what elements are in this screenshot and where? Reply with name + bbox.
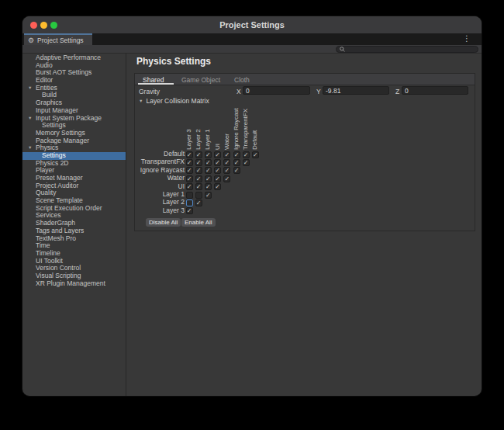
foldout-arrow-icon[interactable]: ▼ <box>28 115 32 123</box>
search-input[interactable] <box>336 46 478 53</box>
collision-checkbox-transparentfx-vs-transparentfx[interactable]: ✓ <box>243 159 250 166</box>
foldout-arrow-icon[interactable]: ▼ <box>28 85 32 92</box>
collision-checkbox-ui-vs-layer-1[interactable]: ✓ <box>205 183 212 190</box>
window-controls <box>30 22 59 29</box>
sidebar-item-label: Package Manager <box>36 137 89 144</box>
sidebar-item-label: Settings <box>42 121 66 129</box>
matrix-column-label-water: Water <box>224 134 230 150</box>
sidebar-item-xr-plugin-management[interactable]: XR Plugin Management <box>22 280 126 288</box>
desktop-background: Project Settings ⚙ Project Settings ⋮ Ad… <box>0 0 504 430</box>
sidebar-item-input-system-package[interactable]: ▼Input System Package <box>22 115 126 123</box>
kebab-menu-icon[interactable]: ⋮ <box>463 33 471 45</box>
check-icon: ✓ <box>205 159 211 166</box>
collision-checkbox-transparentfx-vs-ignore-raycast[interactable]: ✓ <box>233 159 240 166</box>
collision-checkbox-ignore-raycast-vs-layer-3[interactable]: ✓ <box>186 167 193 174</box>
project-settings-window: Project Settings ⚙ Project Settings ⋮ Ad… <box>22 16 482 397</box>
matrix-row-label-water: Water <box>135 174 185 182</box>
collision-checkbox-transparentfx-vs-layer-1[interactable]: ✓ <box>205 159 212 166</box>
foldout-label: Layer Collision Matrix <box>146 97 209 105</box>
collision-checkbox-water-vs-layer-1[interactable]: ✓ <box>205 175 212 182</box>
collision-checkbox-default-vs-layer-2[interactable]: ✓ <box>195 151 202 158</box>
check-icon: ✓ <box>253 151 258 158</box>
sidebar-item-label: Memory Settings <box>36 129 85 137</box>
zoom-window-button[interactable] <box>50 22 57 29</box>
collision-checkbox-default-vs-transparentfx[interactable]: ✓ <box>243 151 250 158</box>
titlebar[interactable]: Project Settings <box>22 16 482 33</box>
collision-checkbox-ignore-raycast-vs-ui[interactable]: ✓ <box>214 167 221 174</box>
gravity-y-field[interactable]: -9.81 <box>323 86 389 95</box>
foldout-arrow-icon[interactable]: ▼ <box>139 99 143 103</box>
collision-checkbox-default-vs-water[interactable]: ✓ <box>223 151 230 158</box>
matrix-column-label-ui: UI <box>215 144 221 150</box>
sidebar-item-entities[interactable]: ▼Entities <box>22 85 126 92</box>
gravity-x-field[interactable]: 0 <box>243 86 310 95</box>
collision-checkbox-ignore-raycast-vs-water[interactable]: ✓ <box>223 167 230 174</box>
sidebar-item-label: Physics <box>36 144 58 151</box>
check-icon: ✓ <box>243 159 249 166</box>
collision-checkbox-layer-2-vs-layer-2[interactable]: ✓ <box>195 199 202 206</box>
check-icon: ✓ <box>196 167 202 174</box>
collision-checkbox-transparentfx-vs-water[interactable]: ✓ <box>223 159 230 166</box>
check-icon: ✓ <box>224 175 230 182</box>
collision-checkbox-layer-3-vs-layer-3[interactable]: ✓ <box>186 207 193 214</box>
tab-cloth[interactable]: Cloth <box>234 76 250 84</box>
collision-checkbox-default-vs-ignore-raycast[interactable]: ✓ <box>233 151 240 158</box>
settings-category-list: Adaptive PerformanceAudioBurst AOT Setti… <box>22 54 126 397</box>
enable-all-button[interactable]: Enable All <box>181 218 216 227</box>
collision-checkbox-layer-1-vs-layer-3[interactable] <box>186 192 193 199</box>
check-icon: ✓ <box>224 159 230 166</box>
check-icon: ✓ <box>234 151 240 158</box>
collision-checkbox-water-vs-water[interactable]: ✓ <box>223 175 230 182</box>
collision-checkbox-water-vs-ui[interactable]: ✓ <box>214 175 221 182</box>
sidebar-item-physics[interactable]: ▼Physics <box>22 144 126 152</box>
collision-checkbox-ui-vs-layer-2[interactable]: ✓ <box>195 183 202 190</box>
tab-game-object[interactable]: Game Object <box>181 76 220 84</box>
tab-project-settings[interactable]: ⚙ Project Settings <box>24 33 92 45</box>
collision-checkbox-layer-2-vs-layer-3[interactable] <box>186 199 193 206</box>
gravity-z-label: Z <box>395 88 399 95</box>
collision-checkbox-ignore-raycast-vs-ignore-raycast[interactable]: ✓ <box>233 167 240 174</box>
check-icon: ✓ <box>187 183 192 190</box>
collision-checkbox-water-vs-layer-3[interactable]: ✓ <box>186 175 193 182</box>
collision-checkbox-transparentfx-vs-ui[interactable]: ✓ <box>214 159 221 166</box>
minimize-window-button[interactable] <box>40 22 47 29</box>
sidebar-item-label: Burst AOT Settings <box>36 68 91 76</box>
foldout-arrow-icon[interactable]: ▼ <box>28 144 32 152</box>
disable-all-button[interactable]: Disable All <box>146 218 181 227</box>
check-icon: ✓ <box>224 151 230 158</box>
collision-checkbox-default-vs-layer-1[interactable]: ✓ <box>205 151 212 158</box>
check-icon: ✓ <box>196 151 202 158</box>
gravity-z-field[interactable]: 0 <box>402 86 468 95</box>
sidebar-item-label: Build <box>42 91 57 99</box>
sidebar-item-label: Scene Template <box>36 196 83 204</box>
collision-checkbox-default-vs-default[interactable]: ✓ <box>252 151 259 158</box>
collision-checkbox-ignore-raycast-vs-layer-1[interactable]: ✓ <box>205 167 212 174</box>
collision-checkbox-default-vs-layer-3[interactable]: ✓ <box>186 151 193 158</box>
collision-checkbox-transparentfx-vs-layer-3[interactable]: ✓ <box>186 159 193 166</box>
tab-label: Project Settings <box>37 36 84 44</box>
matrix-row-label-ignore-raycast: Ignore Raycast <box>135 166 185 174</box>
close-window-button[interactable] <box>30 22 37 29</box>
sidebar-item-label: Services <box>36 211 61 219</box>
check-icon: ✓ <box>215 183 220 190</box>
sidebar-item-label: Physics 2D <box>36 159 69 167</box>
collision-checkbox-water-vs-layer-2[interactable]: ✓ <box>195 175 202 182</box>
check-icon: ✓ <box>215 167 220 174</box>
collision-checkbox-transparentfx-vs-layer-2[interactable]: ✓ <box>195 159 202 166</box>
collision-checkbox-ignore-raycast-vs-layer-2[interactable]: ✓ <box>195 167 202 174</box>
editor-tab-strip: ⚙ Project Settings ⋮ <box>22 33 482 45</box>
collision-checkbox-ui-vs-ui[interactable]: ✓ <box>214 183 221 190</box>
layer-collision-matrix-foldout[interactable]: ▼ Layer Collision Matrix <box>139 97 209 105</box>
sidebar-item-label: Timeline <box>36 249 60 257</box>
collision-checkbox-ui-vs-layer-3[interactable]: ✓ <box>186 183 193 190</box>
check-icon: ✓ <box>205 175 211 182</box>
matrix-row-label-default: Default <box>135 150 185 158</box>
collision-checkbox-layer-1-vs-layer-2[interactable] <box>195 192 202 199</box>
gravity-label: Gravity <box>139 88 160 95</box>
gear-icon: ⚙ <box>28 36 34 44</box>
matrix-column-label-default: Default <box>252 130 258 150</box>
collision-checkbox-default-vs-ui[interactable]: ✓ <box>214 151 221 158</box>
check-icon: ✓ <box>187 207 192 214</box>
sidebar-item-label: Entities <box>36 84 57 92</box>
collision-checkbox-layer-1-vs-layer-1[interactable]: ✓ <box>205 192 212 199</box>
